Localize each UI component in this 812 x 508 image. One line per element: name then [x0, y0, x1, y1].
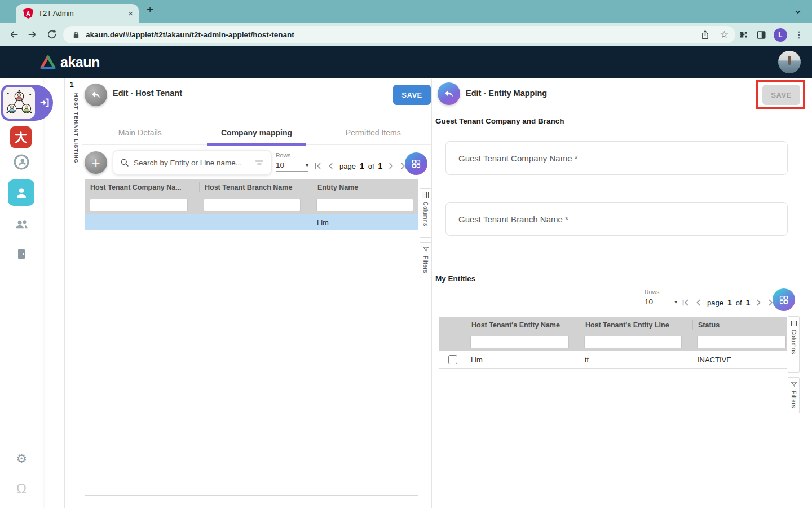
user-avatar[interactable]: [778, 51, 801, 73]
url-bar[interactable]: akaun.dev/#/applet/t2t/akaun/t2t-admin-a…: [63, 26, 735, 43]
page-number: 1: [360, 161, 364, 170]
favicon-letter: A: [26, 10, 30, 17]
page-word: page: [707, 299, 723, 307]
avatar-figure: [788, 56, 791, 65]
table-filter-row: [85, 195, 418, 214]
profile-glyph: Ω: [16, 481, 27, 497]
company-mapping-table: Host Tenant Company Na... Host Tenant Br…: [85, 179, 418, 496]
col-entity-name[interactable]: Host Tenant's Entity Name: [466, 320, 580, 330]
host-tenant-tabs: Main Details Company mapping Permitted I…: [82, 121, 431, 145]
sidebar-item-users[interactable]: [0, 217, 43, 232]
col-status[interactable]: Status: [692, 320, 787, 330]
guest-company-field[interactable]: Guest Tenant Company Name *: [445, 141, 788, 175]
col-host-tenant-branch[interactable]: Host Tenant Branch Name: [199, 182, 312, 192]
share-icon[interactable]: [700, 29, 710, 40]
guest-branch-label: Guest Tenant Branch Name *: [458, 214, 568, 224]
my-entities-label: My Entities: [435, 274, 475, 283]
grid-icon: [411, 159, 421, 169]
tab-close-icon[interactable]: ×: [128, 8, 133, 18]
filter-entity-input[interactable]: [316, 199, 413, 211]
rows-value: 10: [276, 161, 284, 169]
sidebar-item-profile-app[interactable]: [0, 154, 43, 170]
filter-entity-name-input[interactable]: [470, 336, 569, 348]
rows-select[interactable]: 10 ▾: [645, 297, 677, 308]
browser-tab[interactable]: A T2T Admin ×: [16, 4, 139, 23]
filter-entity-line-input[interactable]: [584, 336, 682, 348]
page-word: page: [339, 162, 356, 170]
mapping-search-input[interactable]: [134, 159, 254, 167]
rows-per-page-control: Rows 10 ▾: [276, 152, 308, 172]
browser-back-button[interactable]: [8, 29, 19, 40]
tab-permitted-items[interactable]: Permitted Items: [315, 121, 431, 144]
browser-profile-avatar[interactable]: L: [774, 28, 787, 42]
add-mapping-button[interactable]: +: [85, 151, 107, 174]
columns-label: Columns: [791, 330, 797, 354]
tab-search-chevron-icon[interactable]: [794, 8, 802, 16]
back-arrow-icon: [90, 89, 102, 100]
panel-divider-2: [434, 79, 434, 508]
col-entity-name[interactable]: Entity Name: [312, 182, 418, 192]
grid-view-button[interactable]: [405, 152, 427, 175]
akaun-triangle-icon: [39, 55, 56, 71]
filter-branch-input[interactable]: [204, 199, 301, 211]
sidebar-item-tenant-active[interactable]: [8, 179, 34, 206]
filter-lines-icon[interactable]: [254, 158, 264, 167]
two-people-icon: [14, 217, 29, 232]
panel-divider: [431, 79, 432, 508]
entities-rows-control: Rows 10 ▾: [645, 288, 677, 308]
caret-down-icon: ▾: [674, 299, 677, 305]
columns-button[interactable]: Columns: [420, 188, 431, 238]
guest-branch-field[interactable]: Guest Tenant Branch Name *: [445, 202, 788, 236]
brand-name: akaun: [60, 54, 100, 71]
new-tab-button[interactable]: +: [147, 3, 153, 16]
t2t-applet-icon: [3, 87, 35, 119]
active-tab-underline: [207, 143, 306, 146]
rows-select[interactable]: 10 ▾: [276, 161, 308, 172]
browser-menu-icon[interactable]: ⋮: [795, 29, 804, 40]
tab-company-mapping[interactable]: Company mapping: [198, 121, 315, 144]
browser-reload-button[interactable]: [46, 29, 58, 40]
screen: A T2T Admin × + akaun.dev/#/applet/t2t/a…: [0, 0, 812, 508]
side-panel-icon[interactable]: [756, 30, 766, 40]
entities-columns-button[interactable]: Columns: [788, 316, 800, 373]
bookmark-star-icon[interactable]: ☆: [720, 29, 729, 41]
next-page-icon[interactable]: [386, 161, 395, 170]
account-profile-icon[interactable]: Ω: [0, 481, 43, 497]
caret-down-icon: ▾: [306, 162, 308, 168]
first-page-icon[interactable]: [681, 298, 690, 307]
settings-gear-icon[interactable]: ⚙: [0, 452, 43, 466]
entities-grid-view-button[interactable]: [773, 288, 795, 311]
of-word: of: [736, 299, 742, 307]
sidebar-item-t2t-applet[interactable]: [1, 85, 53, 121]
book-icon: [15, 247, 28, 261]
sidebar-item-dai-applet[interactable]: [10, 126, 32, 148]
sidebar-item-ledger[interactable]: [0, 247, 43, 261]
prev-page-icon[interactable]: [326, 161, 336, 170]
rows-value: 10: [645, 297, 653, 306]
host-tenant-back-button[interactable]: [85, 84, 107, 106]
tab-main-details[interactable]: Main Details: [82, 121, 198, 144]
funnel-icon: [791, 381, 797, 388]
table-row[interactable]: Lim: [85, 214, 418, 230]
entities-filters-button[interactable]: Filters: [788, 377, 800, 413]
rows-label: Rows: [276, 152, 308, 159]
col-entity-line[interactable]: Host Tenant's Entity Line: [580, 320, 692, 330]
col-host-tenant-company[interactable]: Host Tenant Company Na...: [85, 182, 199, 192]
filters-button[interactable]: Filters: [420, 242, 431, 278]
listing-tab-badge: 1: [64, 80, 79, 89]
extensions-puzzle-icon[interactable]: [739, 30, 749, 40]
columns-bars-icon: [422, 192, 429, 199]
sign-in-icon: [38, 97, 51, 109]
filter-status-input[interactable]: [697, 336, 786, 348]
table-row[interactable]: Lim tt INACTIVE: [439, 351, 787, 368]
browser-forward-button[interactable]: [27, 29, 38, 40]
listing-tab-label[interactable]: HOST TENANT LISTING: [64, 91, 79, 165]
filter-company-input[interactable]: [90, 199, 188, 211]
entity-mapping-back-button[interactable]: [438, 82, 460, 105]
prev-page-icon[interactable]: [694, 298, 703, 307]
first-page-icon[interactable]: [314, 161, 323, 170]
next-page-icon[interactable]: [754, 298, 763, 307]
host-tenant-save-button[interactable]: SAVE: [393, 85, 431, 105]
row-checkbox[interactable]: [448, 355, 457, 364]
mapping-pagination: page 1 of 1: [314, 161, 408, 170]
